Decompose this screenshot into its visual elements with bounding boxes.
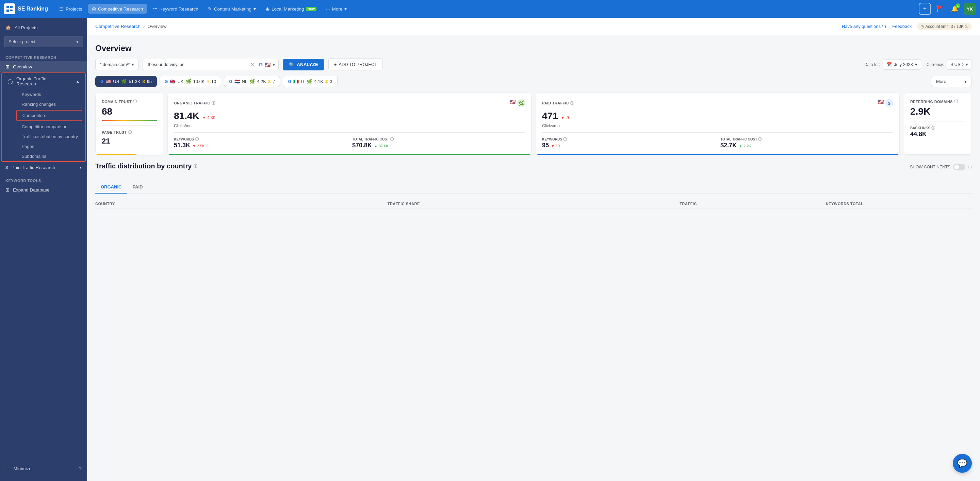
data-controls: Data for: 📅 July 2023 ▾ Currency: $ USD … bbox=[864, 59, 972, 70]
flag-button[interactable]: 🚩 bbox=[934, 3, 946, 15]
keyword-research-icon: 〜 bbox=[153, 6, 158, 12]
sidebar-organic-sub: Keywords Ranking changes Competitors Com… bbox=[2, 89, 85, 161]
sidebar-overview[interactable]: ⊞ Overview bbox=[0, 61, 87, 73]
paid-keywords-info[interactable]: ⓘ bbox=[563, 137, 567, 142]
backlinks-value: 44.8K bbox=[910, 131, 966, 138]
plus-icon: + bbox=[334, 62, 337, 67]
url-input[interactable] bbox=[146, 59, 248, 70]
sidebar-ranking-changes[interactable]: Ranking changes bbox=[16, 99, 85, 109]
add-to-project-button[interactable]: + ADD TO PROJECT bbox=[328, 59, 383, 70]
domain-trust-label: DOMAIN TRUST ⓘ bbox=[102, 99, 137, 104]
svg-rect-3 bbox=[10, 10, 13, 11]
page-trust-info[interactable]: ⓘ bbox=[128, 130, 132, 135]
organic-traffic-flags: 🇺🇸 🌿 bbox=[510, 99, 525, 107]
country-select-chevron[interactable]: ▾ bbox=[272, 62, 275, 67]
country-tab-nl[interactable]: G 🇳🇱 NL 🌿 4.2K $ 7 bbox=[224, 76, 280, 87]
referring-domains-info[interactable]: ⓘ bbox=[954, 99, 958, 104]
help-icon[interactable]: ? bbox=[79, 466, 82, 471]
paid-traffic-card: PAID TRAFFIC ⓘ 🇺🇸 $ 471 ▼ 70 Clicks/mo bbox=[536, 92, 900, 156]
sidebar-minimize[interactable]: ← Minimize ? bbox=[0, 463, 87, 474]
breadcrumb-right: Have any questions? ▾ Feedback ◷ Account… bbox=[842, 23, 972, 30]
sidebar-pages[interactable]: Pages bbox=[16, 141, 85, 151]
nav-more[interactable]: ··· More ▾ bbox=[322, 4, 351, 14]
country-tab-uk[interactable]: G 🇬🇧 UK 🌿 10.6K $ 10 bbox=[159, 76, 221, 87]
logo-icon bbox=[4, 3, 15, 14]
paid-cost-label: TOTAL TRAFFIC COST ⓘ bbox=[721, 137, 893, 142]
sidebar-keywords[interactable]: Keywords bbox=[16, 89, 85, 99]
sidebar-expand-database[interactable]: ⊞ Expand Database bbox=[0, 184, 87, 195]
analyze-button[interactable]: 🔍 ANALYZE bbox=[283, 59, 324, 70]
col-keywords-total: KEYWORDS TOTAL bbox=[826, 202, 972, 206]
nav-content-marketing[interactable]: ✎ Content Marketing ▾ bbox=[204, 4, 260, 14]
sidebar-project-select[interactable]: Select project ▾ bbox=[4, 36, 83, 47]
paid-keywords-value: 95 bbox=[542, 142, 549, 149]
url-input-wrapper: ✕ G 🇺🇸 ▾ bbox=[143, 59, 279, 70]
backlinks-info[interactable]: ⓘ bbox=[931, 125, 935, 131]
add-button[interactable]: + bbox=[919, 3, 931, 15]
country-tab-it[interactable]: G 🇮🇹 IT 🌿 4.1K $ 3 bbox=[283, 76, 337, 87]
country-tabs-more[interactable]: More ▾ bbox=[931, 76, 972, 87]
paid-traffic-info[interactable]: ⓘ bbox=[570, 101, 574, 106]
google-icon: G bbox=[259, 62, 263, 67]
paid-cost-change: ▲ 2.2K bbox=[739, 144, 751, 148]
sidebar: 🏠 overview All Projects Select project ▾… bbox=[0, 18, 87, 481]
domain-trust-info[interactable]: ⓘ bbox=[133, 99, 137, 104]
domain-pattern-select[interactable]: *.domain.com/* ▾ bbox=[95, 59, 138, 70]
leaf-icon-us: 🌿 bbox=[121, 79, 127, 84]
organic-traffic-info[interactable]: ⓘ bbox=[212, 101, 215, 106]
google-icon-uk: G bbox=[165, 79, 168, 84]
organic-cost-info[interactable]: ⓘ bbox=[390, 137, 394, 142]
continents-info[interactable]: ⓘ bbox=[968, 164, 972, 170]
sidebar-section-competitive-research: COMPETITIVE RESEARCH bbox=[0, 53, 87, 61]
organic-keywords-info[interactable]: ⓘ bbox=[195, 137, 199, 142]
currency-chevron-icon: ▾ bbox=[966, 62, 968, 67]
sidebar-organic-traffic-research[interactable]: ◯ Organic TrafficResearch ▲ bbox=[2, 73, 85, 89]
traffic-distribution-title: Traffic distribution by country ⓘ bbox=[95, 162, 197, 170]
nav-local-marketing[interactable]: ◉ Local Marketing NEW bbox=[261, 4, 321, 14]
domain-trust-header: DOMAIN TRUST ⓘ bbox=[102, 99, 157, 104]
bell-button[interactable]: 🔔 1 bbox=[949, 3, 961, 15]
clear-icon[interactable]: ✕ bbox=[250, 61, 255, 68]
nav-projects[interactable]: ☰ Projects bbox=[55, 4, 86, 14]
organic-traffic-value: 81.4K bbox=[174, 111, 199, 121]
table-header: COUNTRY TRAFFIC SHARE TRAFFIC KEYWORDS T… bbox=[95, 199, 972, 209]
organic-cost-col: TOTAL TRAFFIC COST ⓘ $70.8K ▲ 37.6K bbox=[352, 137, 525, 149]
chevron-down-icon: ▾ bbox=[253, 6, 256, 11]
chat-button[interactable]: 💬 bbox=[953, 454, 972, 473]
breadcrumb-parent[interactable]: Competitive Research bbox=[95, 24, 140, 29]
sidebar-competitors[interactable]: Competitors bbox=[16, 110, 82, 121]
show-continents-toggle[interactable] bbox=[953, 164, 966, 170]
country-tab-us[interactable]: G 🇺🇸 US 🌿 51.3K $ 95 bbox=[95, 76, 157, 87]
nav-keyword-research[interactable]: 〜 Keyword Research bbox=[149, 4, 202, 14]
paid-traffic-sub: Clicks/mo bbox=[542, 124, 893, 128]
page-trust-label: PAGE TRUST ⓘ bbox=[102, 130, 132, 135]
tab-organic[interactable]: ORGANIC bbox=[95, 181, 127, 194]
sidebar-competitor-comparison[interactable]: Competitor comparison bbox=[16, 122, 85, 132]
search-bar: *.domain.com/* ▾ ✕ G 🇺🇸 ▾ 🔍 ANALYZE + AD… bbox=[87, 59, 980, 76]
sidebar-subdomains[interactable]: Subdomains bbox=[16, 151, 85, 161]
notification-badge: 1 bbox=[956, 3, 960, 8]
svg-rect-0 bbox=[6, 6, 9, 8]
help-link[interactable]: Have any questions? ▾ bbox=[842, 24, 887, 29]
sidebar-traffic-distribution[interactable]: Traffic distribution by country bbox=[16, 132, 85, 141]
paid-cost-info[interactable]: ⓘ bbox=[758, 137, 762, 142]
organic-keywords-label: KEYWORDS ⓘ bbox=[174, 137, 347, 142]
sidebar-all-projects[interactable]: 🏠 overview All Projects bbox=[0, 22, 87, 33]
referring-domains-header: REFERRING DOMAINS ⓘ bbox=[910, 99, 966, 104]
date-select[interactable]: 📅 July 2023 ▾ bbox=[883, 59, 921, 70]
col-traffic: TRAFFIC bbox=[679, 202, 826, 206]
user-avatar[interactable]: YK bbox=[964, 3, 976, 15]
tab-paid[interactable]: PAID bbox=[127, 181, 148, 194]
limit-icon: ◷ bbox=[920, 24, 924, 29]
col-traffic-share: TRAFFIC SHARE bbox=[388, 202, 680, 206]
currency-select[interactable]: $ USD ▾ bbox=[947, 59, 972, 70]
traffic-distribution-info[interactable]: ⓘ bbox=[194, 164, 197, 169]
app-logo[interactable]: SE Ranking bbox=[4, 3, 48, 14]
account-limit: ◷ Account limit: 3 / 10K ⓘ bbox=[917, 23, 972, 30]
feedback-link[interactable]: Feedback bbox=[892, 24, 912, 29]
top-navigation: SE Ranking ☰ Projects ◎ Competitive Rese… bbox=[0, 0, 980, 18]
paid-keywords-col: KEYWORDS ⓘ 95 ▼ 19 bbox=[542, 137, 715, 149]
search-icon: 🔍 bbox=[289, 62, 295, 67]
nav-competitive-research[interactable]: ◎ Competitive Research bbox=[88, 4, 147, 14]
sidebar-paid-traffic-research[interactable]: $ Paid Traffic Research ▾ bbox=[0, 162, 87, 173]
